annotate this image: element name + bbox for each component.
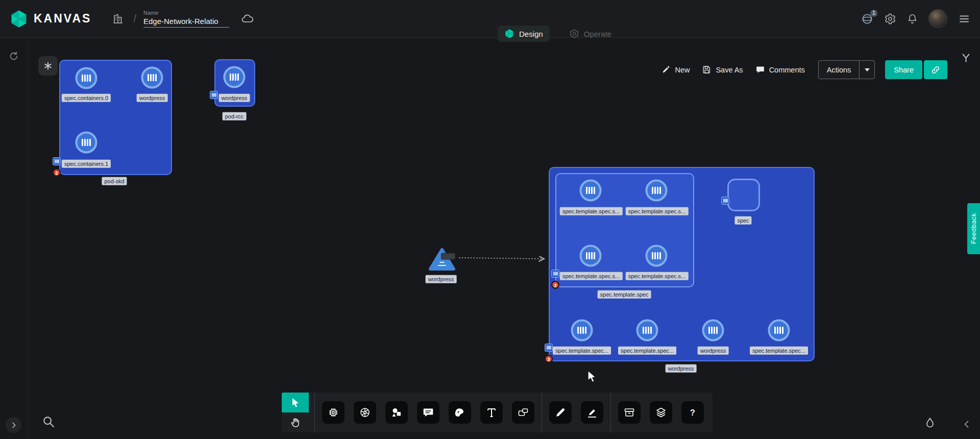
node-spec[interactable] [727, 179, 760, 211]
copy-link-button[interactable] [924, 60, 947, 79]
y-icon[interactable] [961, 53, 971, 63]
group-label: pod-rcc [223, 112, 247, 120]
edge-mini-label [442, 254, 455, 259]
node-spec.template.spec...[interactable] [768, 320, 790, 342]
new-button[interactable]: New [661, 65, 690, 75]
actions-dropdown-button[interactable] [859, 61, 874, 79]
dock-tool-rectangle[interactable] [512, 401, 534, 424]
header-right: 1 [861, 9, 980, 28]
node-label: spec [734, 216, 751, 225]
dock-tool-comment[interactable] [417, 401, 439, 424]
dock-tool-freehand[interactable] [549, 401, 572, 424]
node-spec.template.spec...[interactable] [571, 320, 593, 342]
dock-tool-help[interactable]: ? [681, 401, 704, 424]
feedback-tab[interactable]: Feedback [967, 203, 980, 254]
organization-icon[interactable] [112, 13, 124, 25]
extensions-button[interactable]: 1 [861, 12, 874, 26]
error-count-badge[interactable]: 3 [545, 355, 553, 363]
kanvas-logo[interactable] [9, 9, 29, 29]
dock-tool-annotate[interactable] [581, 401, 603, 424]
group-label: pod-skd [102, 177, 127, 185]
chevron-left-icon[interactable] [962, 419, 972, 429]
group-label: spec.template.spec [598, 290, 651, 299]
comments-button[interactable]: Comments [755, 65, 805, 75]
header-left: KANVAS / Name [0, 9, 255, 29]
dock-tool-select[interactable] [282, 393, 309, 412]
error-count-badge[interactable]: 3 [551, 281, 559, 289]
connection-port[interactable] [53, 157, 61, 165]
canvas-toolbar: New Save As Comments Actions Share [661, 60, 947, 79]
node-spec.containers.1[interactable] [76, 132, 97, 154]
logo-text[interactable]: KANVAS [34, 12, 91, 26]
sync-icon[interactable] [8, 51, 19, 62]
node-spec.template.spec...[interactable] [636, 320, 658, 342]
design-name-input[interactable] [143, 16, 229, 28]
error-count-badge[interactable]: 2 [53, 168, 61, 177]
tab-operate-label: Operate [584, 30, 611, 38]
comment-icon [422, 406, 434, 419]
node-wordpress[interactable] [141, 67, 163, 89]
connection-port[interactable] [545, 344, 553, 352]
name-label: Name [143, 10, 229, 16]
tab-design[interactable]: Design [498, 26, 550, 42]
connection-port[interactable] [210, 91, 218, 99]
save-as-button[interactable]: Save As [702, 65, 743, 75]
text-icon [485, 406, 498, 419]
comment-icon [755, 65, 765, 75]
freehand-icon [554, 406, 567, 419]
left-rail [0, 38, 29, 439]
tab-operate[interactable]: Operate [567, 26, 614, 42]
rectangle-icon [517, 406, 529, 419]
expand-panel-button[interactable] [6, 417, 21, 433]
dock-tool-doodle[interactable] [449, 401, 471, 424]
comments-label: Comments [769, 66, 805, 74]
node-spec.template.spec.s...[interactable] [580, 245, 602, 267]
node-wordpress[interactable] [224, 66, 246, 88]
hamburger-menu-icon[interactable] [958, 12, 971, 26]
node-wordpress[interactable] [702, 320, 724, 342]
connection-port[interactable] [551, 270, 559, 278]
settings-gear-icon[interactable] [884, 13, 896, 25]
dock-tool-drawer[interactable] [618, 401, 641, 424]
app-header: KANVAS / Name Design Operate 1 [0, 0, 980, 38]
dock-tool-kubernetes[interactable] [354, 401, 376, 424]
share-button[interactable]: Share [885, 60, 922, 79]
node-spec.template.spec.s...[interactable] [580, 180, 602, 202]
tab-design-label: Design [519, 30, 543, 38]
breadcrumb-separator: / [133, 13, 136, 25]
node-label: wordpress [426, 275, 457, 283]
notifications-bell-icon[interactable] [906, 13, 918, 25]
droplet-icon[interactable] [924, 417, 936, 429]
kubernetes-icon [359, 406, 371, 419]
zoom-search-icon[interactable] [41, 414, 56, 429]
node-spec.template.spec.s...[interactable] [646, 245, 668, 267]
actions-button[interactable]: Actions [818, 60, 875, 79]
node-label: spec.template.spec.s... [626, 272, 689, 280]
node-label: spec.template.spec... [553, 347, 611, 355]
node-spec.containers.0[interactable] [76, 67, 97, 89]
save-icon [702, 65, 712, 75]
connection-port[interactable] [721, 197, 729, 205]
node-spec.template.spec.s...[interactable] [646, 180, 668, 202]
node-wordpress[interactable] [428, 247, 456, 272]
dock-tool-shapes[interactable] [385, 401, 408, 424]
dock-tool-pan[interactable] [282, 412, 309, 432]
node-label: wordpress [698, 347, 729, 355]
dock-tool-layers[interactable] [650, 401, 672, 424]
svg-text:?: ? [690, 408, 695, 417]
dock-tool-text[interactable] [480, 401, 503, 424]
share-group: Share [885, 60, 947, 79]
actions-label: Actions [819, 61, 860, 79]
doodle-icon [454, 406, 466, 419]
caret-down-icon [865, 68, 870, 71]
edge-service-arrow[interactable] [459, 254, 551, 263]
pencil-icon [661, 65, 671, 75]
canvas-menu-button[interactable] [38, 56, 58, 76]
dock-separator [314, 393, 315, 432]
dock-separator [610, 393, 611, 432]
cloud-sync-icon[interactable] [240, 12, 255, 26]
group-spec.template.spec[interactable] [555, 173, 694, 287]
save-as-label: Save As [716, 66, 743, 74]
dock-tool-components[interactable] [322, 401, 345, 424]
user-avatar[interactable] [928, 9, 947, 28]
